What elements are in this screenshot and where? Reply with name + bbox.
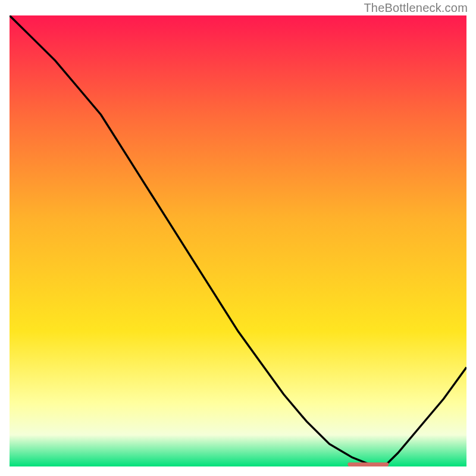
chart-plot-area	[10, 15, 466, 466]
bottleneck-curve	[10, 15, 466, 466]
watermark-text: TheBottleneck.com	[364, 1, 468, 15]
chart-line-layer	[10, 15, 466, 466]
plateau-highlight-marker	[347, 462, 389, 466]
